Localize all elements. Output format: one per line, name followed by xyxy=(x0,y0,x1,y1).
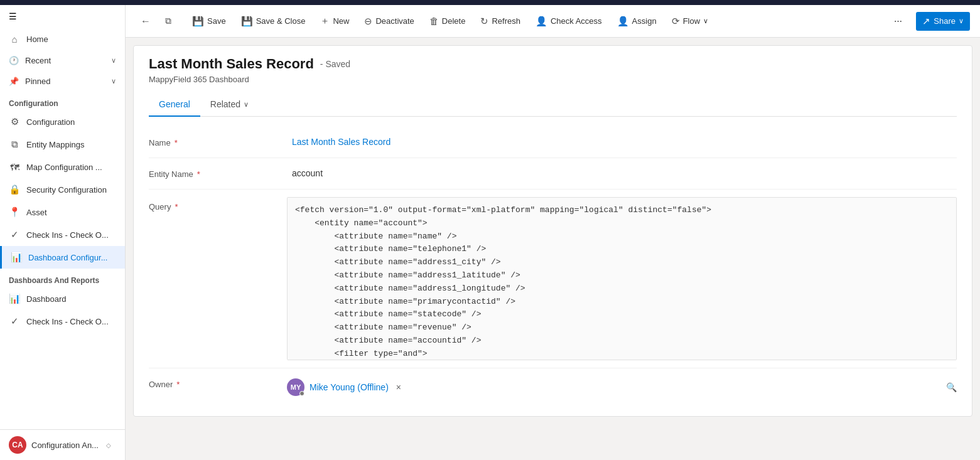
sidebar-item-label-dashboard: Dashboard xyxy=(26,294,67,304)
owner-clear-button[interactable]: × xyxy=(396,382,401,392)
form-value-name[interactable]: Last Month Sales Record xyxy=(287,134,957,149)
delete-label: Delete xyxy=(442,16,466,26)
sidebar-item-label-check-ins: Check Ins - Check O... xyxy=(26,230,109,240)
sidebar-section-dashboards: Dashboards And Reports xyxy=(0,269,125,287)
delete-button[interactable]: 🗑 Delete xyxy=(423,12,472,30)
top-bar xyxy=(0,0,980,5)
sidebar-item-security-configuration[interactable]: 🔒 Security Configuration xyxy=(0,178,125,201)
home-icon: ⌂ xyxy=(9,33,20,45)
tab-general[interactable]: General xyxy=(149,93,200,117)
owner-required: * xyxy=(176,380,180,389)
form-label-query: Query * xyxy=(149,197,287,211)
deactivate-label: Deactivate xyxy=(375,16,414,26)
sidebar-item-home[interactable]: ⌂ Home xyxy=(0,28,125,50)
refresh-icon: ↻ xyxy=(480,16,488,27)
security-configuration-icon: 🔒 xyxy=(9,184,20,195)
owner-avatar: MY xyxy=(287,378,304,396)
check-ins-icon: ✓ xyxy=(9,229,20,240)
save-button[interactable]: 💾 Save xyxy=(186,12,232,31)
new-label: New xyxy=(333,16,349,26)
sidebar-item-configuration[interactable]: ⚙ Configuration xyxy=(0,110,125,133)
record-title-text: Last Month Sales Record xyxy=(149,56,314,72)
deactivate-icon: ⊖ xyxy=(364,16,372,27)
save-close-button[interactable]: 💾 Save & Close xyxy=(235,12,312,31)
query-required: * xyxy=(175,202,178,211)
sidebar-item-label-configuration: Configuration xyxy=(26,117,75,127)
sidebar-item-check-ins-report[interactable]: ✓ Check Ins - Check O... xyxy=(0,310,125,333)
check-access-label: Check Access xyxy=(551,16,602,26)
name-required: * xyxy=(175,138,178,147)
sidebar-bottom-user[interactable]: CA Configuration An... ◇ xyxy=(0,429,125,460)
new-button[interactable]: ＋ New xyxy=(314,11,355,31)
form-value-query[interactable]: <fetch version="1.0" output-format="xml-… xyxy=(287,197,957,360)
back-button[interactable]: ← xyxy=(136,11,156,31)
sidebar-item-dashboard[interactable]: 📊 Dashboard xyxy=(0,287,125,310)
refresh-button[interactable]: ↻ Refresh xyxy=(474,12,527,31)
sidebar-item-label-pinned: Pinned xyxy=(25,77,50,86)
owner-name[interactable]: Mike Young (Offline) xyxy=(310,382,389,392)
sidebar-item-label-entity-mappings: Entity Mappings xyxy=(26,140,85,149)
form-label-owner: Owner * xyxy=(149,376,287,389)
sidebar-item-label-security-configuration: Security Configuration xyxy=(26,185,107,195)
share-label: Share xyxy=(934,16,956,26)
check-access-icon: 👤 xyxy=(536,16,547,27)
check-ins-report-icon: ✓ xyxy=(9,316,20,327)
sidebar-item-label-asset: Asset xyxy=(26,208,47,217)
share-icon: ↗ xyxy=(922,16,930,27)
user-label: Configuration An... xyxy=(31,441,99,450)
flow-button[interactable]: ⟳ Flow ∨ xyxy=(665,12,714,31)
form-row-owner: Owner * MY Mike Young (Offline) × 🔍 xyxy=(149,368,957,406)
flow-label: Flow xyxy=(683,16,700,26)
sidebar-nav: ⌂ Home 🕐 Recent ∨ 📌 Pinned ∨ Configurati… xyxy=(0,28,125,429)
sidebar: ☰ ⌂ Home 🕐 Recent ∨ 📌 Pinned ∨ Co xyxy=(0,5,126,460)
flow-arrow-icon: ∨ xyxy=(703,17,708,25)
sidebar-item-map-configuration[interactable]: 🗺 Map Configuration ... xyxy=(0,156,125,178)
sidebar-item-check-ins[interactable]: ✓ Check Ins - Check O... xyxy=(0,223,125,246)
sidebar-item-recent[interactable]: 🕐 Recent ∨ xyxy=(0,50,125,71)
assign-button[interactable]: 👤 Assign xyxy=(611,12,663,31)
save-label: Save xyxy=(207,16,226,26)
asset-icon: 📍 xyxy=(9,206,20,218)
entity-mappings-icon: ⧉ xyxy=(9,139,20,150)
pinned-icon: 📌 xyxy=(9,77,19,86)
more-button[interactable]: ⋯ xyxy=(888,13,908,29)
sidebar-item-pinned[interactable]: 📌 Pinned ∨ xyxy=(0,71,125,92)
form-row-entity-name: Entity Name * account xyxy=(149,158,957,190)
dashboard-configure-icon: 📊 xyxy=(11,252,22,263)
hamburger-menu[interactable]: ☰ xyxy=(0,5,125,28)
check-access-button[interactable]: 👤 Check Access xyxy=(529,12,608,31)
record-header: Last Month Sales Record - Saved MappyFie… xyxy=(134,46,972,117)
form-label-entity-name: Entity Name * xyxy=(149,166,287,179)
share-button[interactable]: ↗ Share ∨ xyxy=(916,12,970,31)
sidebar-item-dashboard-configure[interactable]: 📊 Dashboard Configur... xyxy=(0,246,125,269)
user-avatar: CA xyxy=(9,436,26,454)
tab-related-label: Related xyxy=(210,99,240,109)
configuration-icon: ⚙ xyxy=(9,116,20,127)
sidebar-item-entity-mappings[interactable]: ⧉ Entity Mappings xyxy=(0,133,125,156)
owner-field: MY Mike Young (Offline) × 🔍 xyxy=(287,376,957,398)
record-title-row: Last Month Sales Record - Saved xyxy=(149,56,957,72)
deactivate-button[interactable]: ⊖ Deactivate xyxy=(358,12,420,31)
forward-button[interactable]: ⧉ xyxy=(158,11,178,31)
form-area: Name * Last Month Sales Record Entity Na… xyxy=(134,117,972,416)
pinned-arrow-icon: ∨ xyxy=(111,77,116,85)
toolbar: ← ⧉ 💾 Save 💾 Save & Close ＋ New ⊖ Deacti… xyxy=(126,5,980,38)
sidebar-item-label-recent: Recent xyxy=(25,56,51,65)
map-configuration-icon: 🗺 xyxy=(9,161,20,173)
sidebar-section-configuration: Configuration xyxy=(0,92,125,110)
tab-related[interactable]: Related ∨ xyxy=(200,93,259,117)
owner-initials: MY xyxy=(291,383,301,391)
record-card: Last Month Sales Record - Saved MappyFie… xyxy=(133,45,972,417)
sidebar-item-asset[interactable]: 📍 Asset xyxy=(0,201,125,223)
record-subtitle: MappyField 365 Dashboard xyxy=(149,75,957,84)
owner-search-icon[interactable]: 🔍 xyxy=(946,382,957,392)
sidebar-item-label-check-ins-report: Check Ins - Check O... xyxy=(26,317,109,326)
tab-related-arrow-icon: ∨ xyxy=(244,100,249,109)
sidebar-item-label-map-configuration: Map Configuration ... xyxy=(26,163,102,172)
refresh-label: Refresh xyxy=(492,16,520,26)
assign-label: Assign xyxy=(632,16,657,26)
form-value-entity-name: account xyxy=(287,166,957,181)
content-area: Last Month Sales Record - Saved MappyFie… xyxy=(126,38,980,460)
save-close-label: Save & Close xyxy=(256,16,306,26)
owner-status-dot xyxy=(299,391,304,396)
